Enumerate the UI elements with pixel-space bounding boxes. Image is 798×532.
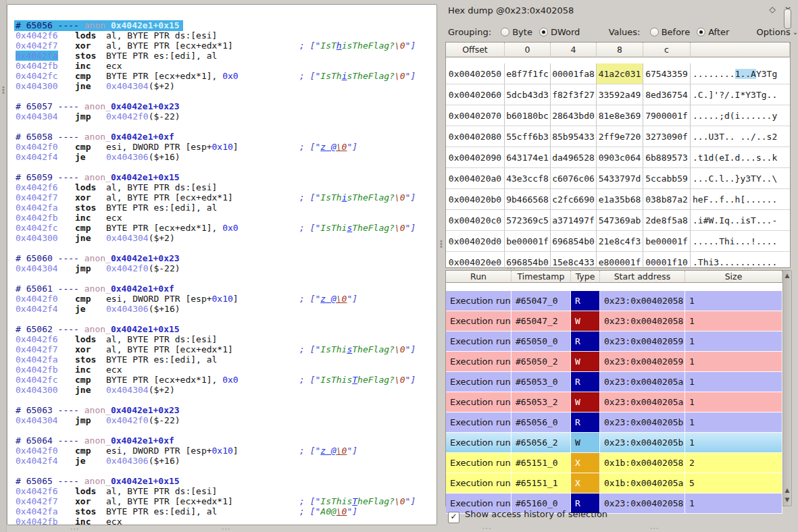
access-size-cell[interactable]: 1 (685, 331, 782, 352)
access-column-header[interactable]: Timestamp (512, 271, 571, 283)
trace-block-header[interactable]: # 65061 ---- anon_0x4042e1+0xf (7, 284, 437, 294)
access-size-cell[interactable]: 1 (685, 433, 782, 453)
access-size-cell[interactable]: 1 (685, 311, 782, 331)
hex-dword[interactable]: 8ed36754 (643, 84, 691, 105)
access-size-cell[interactable]: 2 (685, 453, 782, 473)
hex-dword[interactable]: 85b95433 (551, 126, 597, 147)
trace-block-header[interactable]: # 65062 ---- anon_0x4042e1+0x15 (7, 324, 437, 334)
trace-block-header[interactable]: # 65065 ---- anon_0x4042e1+0x15 (7, 476, 437, 486)
access-type-chip[interactable]: R (571, 291, 600, 311)
ascii-cell[interactable]: .t1d(eI.d...s..k (691, 147, 790, 168)
left-dock-splitter[interactable]: ••• (0, 0, 7, 532)
hex-dword[interactable]: 5dcb43d3 (505, 84, 551, 105)
access-timestamp-cell[interactable]: #65050_0 (512, 331, 571, 352)
access-type-chip[interactable]: W (571, 311, 600, 331)
hex-dword[interactable]: 572369c5 (505, 210, 551, 231)
access-run-cell[interactable]: Execution run (446, 311, 512, 331)
instruction-line[interactable]: 0x4042f4je0x404306($+16) (7, 304, 437, 314)
access-timestamp-cell[interactable]: #65151_0 (512, 453, 571, 473)
ascii-cell[interactable]: ...U3T.. ../..s2 (691, 126, 790, 147)
access-size-cell[interactable]: 1 (685, 392, 782, 413)
access-column-header[interactable]: Type (571, 271, 600, 283)
hex-dword[interactable]: a371497f (551, 210, 597, 231)
hex-dword[interactable]: be00001f (505, 231, 551, 252)
access-timestamp-cell[interactable]: #65053_2 (512, 392, 571, 413)
hex-dword[interactable]: 33592a49 (597, 84, 643, 105)
instruction-line[interactable]: 0x4042f7xoral, BYTE PTR [ecx+edx*1]; ["I… (7, 41, 437, 51)
access-type-chip[interactable]: X (571, 473, 600, 494)
ascii-cell[interactable]: .....;d(i......y (691, 105, 790, 126)
access-column-header[interactable]: Start address (600, 271, 685, 283)
access-timestamp-cell[interactable]: #65047_0 (512, 291, 571, 311)
instruction-line[interactable]: 0x4042f6lodsal, BYTE PTR ds:[esi] (7, 30, 437, 41)
instruction-line[interactable]: 0x404300jne0x404304($+2) (7, 385, 437, 395)
instruction-line[interactable]: 0x404300jne0x404304($+2) (7, 81, 437, 91)
access-address-cell[interactable]: 0x23:0x00402058 (600, 311, 685, 331)
scroll-up-icon[interactable]: ▲ (783, 272, 791, 279)
access-address-cell[interactable]: 0x23:0x00402059 (600, 352, 685, 372)
hex-dword[interactable]: 2ff9e720 (597, 126, 643, 147)
hex-dword[interactable]: 9b466568 (505, 189, 551, 210)
hex-dword[interactable]: b60180bc (505, 105, 551, 126)
access-timestamp-cell[interactable]: #65053_0 (512, 372, 571, 392)
grouping-radio-dword[interactable] (539, 28, 548, 36)
access-address-cell[interactable]: 0x23:0x0040205a (600, 392, 685, 413)
instruction-line[interactable]: 0x4042fccmpBYTE PTR [ecx+edx*1], 0x0; ["… (7, 223, 437, 233)
scroll-down-icon[interactable]: ▼ (783, 496, 791, 503)
instruction-line[interactable]: 0x4042fastosBYTE PTR es:[edi], al (7, 354, 437, 365)
hex-dword[interactable]: 696854b0 (551, 231, 597, 252)
access-address-cell[interactable]: 0x1b:0x0040205a (600, 473, 685, 494)
hex-dword[interactable]: c6076c06 (551, 168, 597, 189)
hex-dword[interactable]: 21e8c4f3 (597, 231, 643, 252)
hex-dword[interactable]: 7900001f (643, 105, 691, 126)
access-run-cell[interactable]: Execution run (446, 352, 512, 372)
ascii-cell[interactable]: .i#W.Iq..isT...- (691, 210, 790, 231)
access-address-cell[interactable]: 0x23:0x0040205a (600, 372, 685, 392)
access-table-scrollbar[interactable]: ▲ ▲ ▼ (782, 270, 792, 506)
access-timestamp-cell[interactable]: #65047_2 (512, 311, 571, 331)
instruction-line[interactable]: 0x4042f6lodsal, BYTE PTR ds:[esi] (7, 334, 437, 344)
instruction-line[interactable]: 0x4042f6lodsal, BYTE PTR ds:[esi] (7, 182, 437, 192)
ascii-cell[interactable]: .C.]'?/.I*Y3Tg.. (691, 84, 790, 105)
trace-block-header[interactable]: # 65064 ---- anon_0x4042e1+0xf (7, 435, 437, 446)
access-run-cell[interactable]: Execution run (446, 392, 512, 413)
trace-block-header[interactable]: # 65056 ---- anon_0x4042e1+0x15 (7, 20, 437, 30)
access-column-header[interactable]: Size (685, 271, 782, 283)
instruction-line[interactable]: 0x4042fccmpBYTE PTR [ecx+edx*1], 0x0; ["… (7, 375, 437, 385)
access-size-cell[interactable]: 1 (685, 494, 782, 514)
access-run-cell[interactable]: Execution run (446, 291, 512, 311)
hex-dword[interactable]: 6b889573 (643, 147, 691, 168)
access-run-cell[interactable]: Execution run (446, 473, 512, 494)
access-address-cell[interactable]: 0x1b:0x00402058 (600, 453, 685, 473)
access-scrollbar-thumb[interactable] (784, 9, 791, 29)
instruction-line[interactable]: 0x404304jmp0x4042f0($-22) (7, 263, 437, 273)
instruction-line[interactable]: 0x4042f4je0x404306($+16) (7, 152, 437, 162)
center-splitter-handle-icon[interactable]: ••• (439, 240, 443, 248)
hex-dword[interactable]: 038b87a2 (643, 189, 691, 210)
values-radio-before[interactable] (650, 28, 659, 36)
hex-dword[interactable]: 43e3ccf8 (505, 168, 551, 189)
access-address-cell[interactable]: 0x23:0x0040205b (600, 413, 685, 433)
instruction-line[interactable]: 0x4042fbincecx (7, 61, 437, 71)
access-size-cell[interactable]: 1 (685, 413, 782, 433)
trace-block-header[interactable]: # 65060 ---- anon_0x4042e1+0x23 (7, 253, 437, 263)
hex-dword[interactable]: f82f3f27 (551, 84, 597, 105)
hex-dword[interactable]: 5ccabb59 (643, 168, 691, 189)
instruction-line[interactable]: 0x4042f7xoral, BYTE PTR [ecx+edx*1]; ["I… (7, 496, 437, 506)
checkbox-checked-icon[interactable]: ✓ (448, 512, 459, 523)
access-address-cell[interactable]: 0x23:0x00402059 (600, 331, 685, 352)
instruction-line[interactable]: 0x4042fastosBYTE PTR es:[edi], al; ["A0@… (7, 506, 437, 516)
access-column-header[interactable]: Run (446, 271, 512, 283)
hex-dword[interactable]: da496528 (551, 147, 597, 168)
grouping-radio-byte[interactable] (501, 28, 509, 36)
trace-block-header[interactable]: # 65059 ---- anon_0x4042e1+0x15 (7, 172, 437, 182)
hex-dword[interactable]: be00001f (643, 231, 691, 252)
access-size-cell[interactable]: 1 (685, 291, 782, 311)
access-type-chip[interactable]: R (571, 413, 600, 433)
access-size-cell[interactable]: 1 (685, 372, 782, 392)
access-run-cell[interactable]: Execution run (446, 413, 512, 433)
access-size-cell[interactable]: 5 (685, 473, 782, 494)
hex-dword[interactable]: 643174e1 (505, 147, 551, 168)
access-size-cell[interactable]: 1 (685, 352, 782, 372)
float-panel-icon[interactable]: ◇ (766, 5, 778, 16)
